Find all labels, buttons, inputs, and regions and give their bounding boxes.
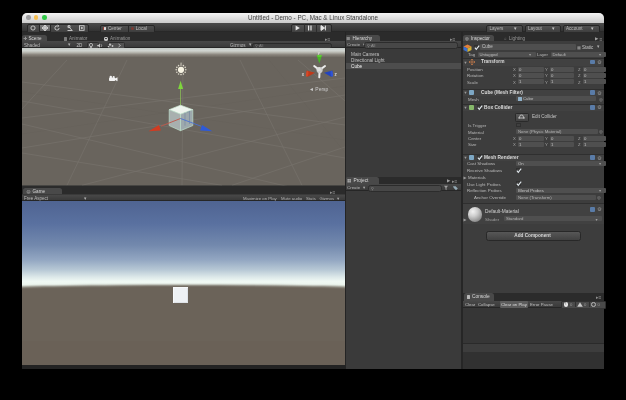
svg-text:y: y	[318, 51, 320, 56]
svg-text:◄ Persp: ◄ Persp	[309, 86, 329, 92]
